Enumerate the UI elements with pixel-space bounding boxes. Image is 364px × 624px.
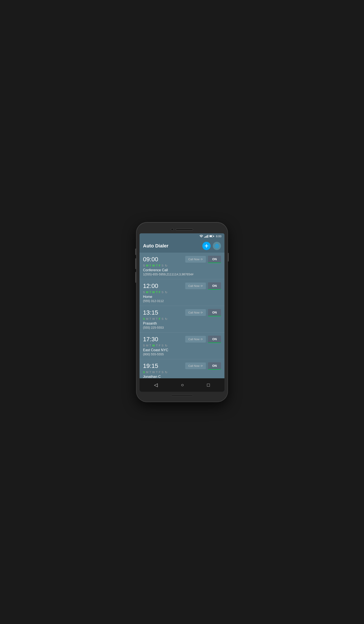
item-controls: Call NowON <box>185 282 221 290</box>
volume-up-button[interactable] <box>135 258 136 269</box>
item-contact-name: Conference Call <box>143 268 221 272</box>
toggle-button[interactable]: ON <box>208 256 221 263</box>
day-label: S <box>162 290 164 294</box>
day-label: F <box>159 264 160 267</box>
item-contact-name: Home <box>143 295 221 299</box>
repeat-icon: ↻ <box>165 317 167 321</box>
item-controls: Call NowON <box>185 256 221 263</box>
day-label: W <box>152 370 155 374</box>
day-label: S <box>143 290 145 294</box>
day-label: W <box>152 290 155 294</box>
recent-apps-button[interactable]: □ <box>203 381 214 389</box>
item-phone-number: (555) 225-5553 <box>143 326 221 329</box>
toggle-button[interactable]: ON <box>208 362 221 370</box>
item-row-top: 17:30Call NowON <box>143 336 221 343</box>
item-phone-number: 1(555)-655-5959,211111#,3,987654# <box>143 273 221 276</box>
battery-icon <box>209 235 214 237</box>
repeat-icon: ↻ <box>165 370 167 374</box>
day-label: S <box>162 344 164 347</box>
day-label: F <box>159 370 160 374</box>
day-label: T <box>156 317 158 320</box>
day-label: T <box>150 370 151 374</box>
add-schedule-button[interactable] <box>202 242 210 250</box>
schedule-item: 17:30Call NowONSMTWTFS↻East Coast NYC(80… <box>140 333 224 359</box>
earpiece-speaker <box>176 229 193 230</box>
day-label: T <box>150 317 151 320</box>
item-contact-name: East Coast NYC <box>143 348 221 352</box>
day-label: W <box>152 317 155 320</box>
day-label: T <box>156 264 158 267</box>
volume-silent-button[interactable] <box>135 249 136 255</box>
schedule-item: 13:15Call NowONSMTWTFS↻Prasanth(555) 225… <box>140 306 224 333</box>
item-controls: Call NowON <box>185 309 221 316</box>
item-days: SMTWTFS↻ <box>143 370 221 374</box>
day-label: T <box>156 344 158 347</box>
schedule-item: 19:15Call NowONSMTWTFS↻Jonathan C(555) 3… <box>140 359 224 378</box>
day-label: S <box>143 264 145 267</box>
bottom-bezel <box>140 392 224 398</box>
item-time: 17:30 <box>143 336 158 343</box>
item-time: 13:15 <box>143 309 158 316</box>
day-label: M <box>146 290 148 294</box>
item-row-top: 19:15Call NowON <box>143 362 221 370</box>
item-controls: Call NowON <box>185 362 221 370</box>
day-label: T <box>156 370 158 374</box>
power-button[interactable] <box>228 253 229 261</box>
back-button[interactable]: ◁ <box>150 381 162 389</box>
top-bezel <box>140 226 224 233</box>
repeat-icon: ↻ <box>165 344 167 347</box>
day-label: W <box>152 344 155 347</box>
signal-icon <box>204 235 208 238</box>
settings-button[interactable] <box>213 242 221 250</box>
call-now-button[interactable]: Call Now <box>185 309 206 316</box>
day-label: M <box>146 317 148 320</box>
svg-point-2 <box>216 245 218 247</box>
item-time: 09:00 <box>143 256 158 263</box>
repeat-icon: ↻ <box>165 290 167 294</box>
item-days: SMTWTFS↻ <box>143 264 221 267</box>
item-controls: Call NowON <box>185 336 221 343</box>
toggle-button[interactable]: ON <box>208 309 221 316</box>
repeat-icon: ↻ <box>165 264 167 267</box>
day-label: S <box>143 317 145 320</box>
item-time: 19:15 <box>143 363 158 369</box>
home-button[interactable]: ○ <box>177 381 188 389</box>
phone-frame: 6:00 Auto Dialer <box>136 223 228 402</box>
nav-bar: ◁ ○ □ <box>140 378 224 392</box>
day-label: F <box>159 344 160 347</box>
item-phone-number: (555) 312-3112 <box>143 299 221 303</box>
toggle-button[interactable]: ON <box>208 336 221 343</box>
call-now-button[interactable]: Call Now <box>185 256 206 262</box>
day-label: M <box>146 344 148 347</box>
call-now-button[interactable]: Call Now <box>185 336 206 342</box>
status-icons: 6:00 <box>199 235 221 238</box>
phone-screen: 6:00 Auto Dialer <box>140 233 224 392</box>
day-label: S <box>143 344 145 347</box>
app-bar-actions <box>202 242 221 250</box>
volume-down-button[interactable] <box>135 272 136 283</box>
day-label: F <box>159 317 160 320</box>
schedule-item: 09:00Call NowONSMTWTFS↻Conference Call1(… <box>140 253 224 279</box>
settings-icon <box>214 244 219 248</box>
item-row-top: 13:15Call NowON <box>143 309 221 316</box>
item-contact-name: Jonathan C <box>143 375 221 378</box>
toggle-button[interactable]: ON <box>208 282 221 290</box>
day-label: S <box>162 264 164 267</box>
day-label: S <box>143 370 145 374</box>
item-row-top: 09:00Call NowON <box>143 256 221 263</box>
day-label: F <box>159 290 160 294</box>
wifi-icon <box>199 235 203 238</box>
status-bar: 6:00 <box>140 233 224 239</box>
item-days: SMTWTFS↻ <box>143 344 221 347</box>
day-label: T <box>150 264 151 267</box>
schedule-item: 12:00Call NowONSMTWTFS↻Home(555) 312-311… <box>140 279 224 306</box>
call-now-button[interactable]: Call Now <box>185 363 206 369</box>
day-label: M <box>146 370 148 374</box>
status-time: 6:00 <box>216 235 221 238</box>
front-camera <box>171 228 174 231</box>
item-days: SMTWTFS↻ <box>143 317 221 321</box>
call-now-button[interactable]: Call Now <box>185 283 206 289</box>
item-row-top: 12:00Call NowON <box>143 282 221 290</box>
item-phone-number: (800) 555-5555 <box>143 353 221 356</box>
add-icon <box>204 244 209 248</box>
